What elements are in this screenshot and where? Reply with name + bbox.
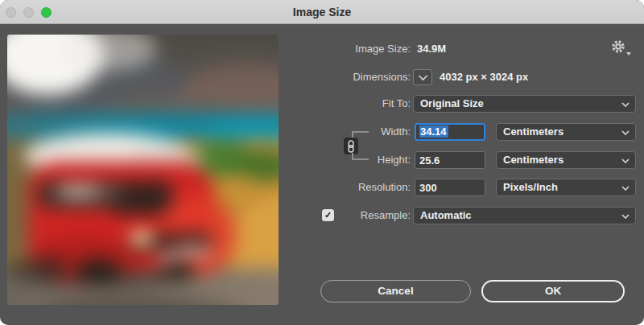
width-input[interactable]: 34.14 <box>415 123 485 141</box>
resample-checkbox[interactable]: ✓ <box>322 209 334 221</box>
dimensions-label: Dimensions: <box>353 68 411 86</box>
chevron-down-icon <box>418 75 428 81</box>
zoom-button[interactable] <box>41 7 52 18</box>
resolution-unit-selected: Pixels/Inch <box>503 181 558 193</box>
resolution-input[interactable] <box>415 179 485 196</box>
gear-menu-arrow-icon <box>626 52 631 56</box>
close-button <box>6 7 16 18</box>
height-input[interactable] <box>415 151 485 169</box>
constrain-bracket-bottom <box>352 153 369 160</box>
blurred-photo <box>7 35 279 305</box>
chevron-down-icon <box>621 158 630 163</box>
chevron-down-icon <box>621 186 630 191</box>
chevron-down-icon <box>621 214 630 219</box>
width-label: Width: <box>381 123 411 141</box>
fit-to-dropdown[interactable]: Original Size <box>413 95 636 113</box>
resample-selected: Automatic <box>420 209 472 221</box>
image-size-value: 34.9M <box>417 40 446 58</box>
resolution-label: Resolution: <box>358 179 411 196</box>
cancel-button[interactable]: Cancel <box>320 280 471 302</box>
width-unit-selected: Centimeters <box>503 125 564 138</box>
link-icon[interactable] <box>344 138 358 154</box>
resample-dropdown[interactable]: Automatic <box>413 207 636 224</box>
chevron-down-icon <box>621 130 630 135</box>
width-value-selected: 34.14 <box>419 125 448 138</box>
checkmark-icon: ✓ <box>324 210 332 220</box>
minimize-button <box>23 7 34 18</box>
fit-to-label: Fit To: <box>382 95 411 113</box>
chevron-down-icon <box>621 102 630 107</box>
fit-to-selected: Original Size <box>420 97 484 109</box>
dimensions-value: 4032 px × 3024 px <box>440 68 528 86</box>
controls-panel: Image Size: 34.9M Dimensions: 4032 px × … <box>322 0 644 325</box>
dimensions-unit-dropdown[interactable] <box>413 69 432 85</box>
image-size-dialog: Image Size Image Size: 34.9M <box>0 0 644 325</box>
height-unit-selected: Centimeters <box>503 154 564 166</box>
width-unit-dropdown[interactable]: Centimeters <box>496 123 636 141</box>
gear-icon[interactable] <box>611 39 630 57</box>
resample-label: Resample: <box>361 207 411 224</box>
height-unit-dropdown[interactable]: Centimeters <box>496 151 636 169</box>
image-size-label: Image Size: <box>355 40 411 58</box>
image-preview[interactable] <box>7 35 279 305</box>
ok-button[interactable]: OK <box>481 280 625 302</box>
height-label: Height: <box>378 151 411 169</box>
resolution-unit-dropdown[interactable]: Pixels/Inch <box>496 179 636 196</box>
